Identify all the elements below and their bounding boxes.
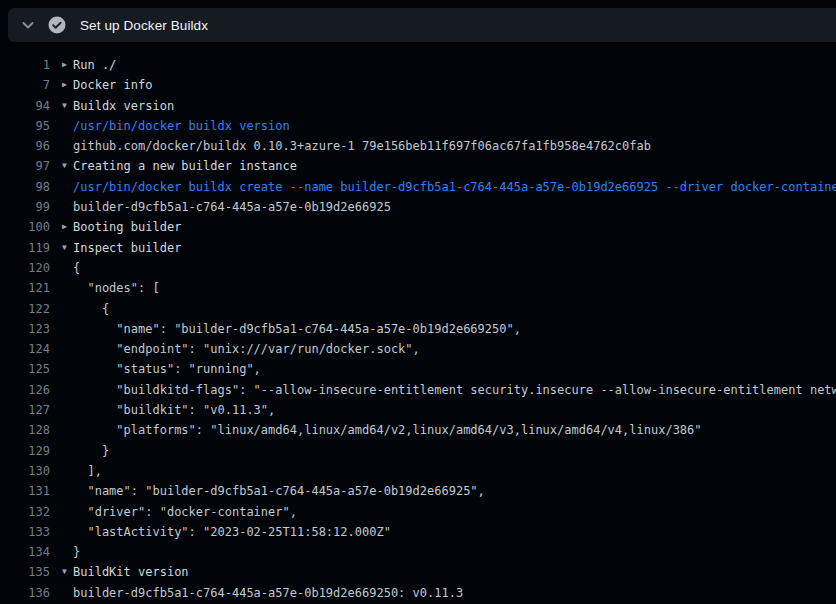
- log-group-title[interactable]: Booting builder: [73, 217, 181, 237]
- log-line: 99builder-d9cfb5a1-c764-445a-a57e-0b19d2…: [0, 197, 836, 217]
- log-output-text: "buildkit": "v0.11.3",: [73, 400, 275, 420]
- group-expanded-triangle-icon[interactable]: ▼: [62, 96, 73, 116]
- log-output-text: "driver": "docker-container",: [73, 502, 297, 522]
- log-output-text: }: [73, 441, 109, 461]
- log-group-row: 135▼BuildKit version: [0, 562, 836, 582]
- line-number[interactable]: 96: [0, 136, 50, 156]
- log-line: 125 "status": "running",: [0, 359, 836, 379]
- log-command-text: /usr/bin/docker buildx version: [73, 116, 290, 136]
- line-number[interactable]: 127: [0, 400, 50, 420]
- log-line: 126 "buildkitd-flags": "--allow-insecure…: [0, 380, 836, 400]
- line-number[interactable]: 100: [0, 217, 50, 237]
- collapse-step-button[interactable]: [12, 8, 44, 42]
- line-number[interactable]: 99: [0, 197, 50, 217]
- group-collapsed-triangle-icon[interactable]: ▶: [62, 55, 73, 75]
- line-number[interactable]: 126: [0, 380, 50, 400]
- log-line: 124 "endpoint": "unix:///var/run/docker.…: [0, 339, 836, 359]
- log-group-title[interactable]: Buildx version: [73, 96, 174, 116]
- log-line: 123 "name": "builder-d9cfb5a1-c764-445a-…: [0, 319, 836, 339]
- log-group-title[interactable]: Run ./: [73, 55, 116, 75]
- log-line: 133 "lastActivity": "2023-02-25T11:58:12…: [0, 522, 836, 542]
- line-number[interactable]: 131: [0, 481, 50, 501]
- log-output-text: }: [73, 542, 80, 562]
- log-output-text: "nodes": [: [73, 278, 160, 298]
- log-line: 129 }: [0, 441, 836, 461]
- log-group-title[interactable]: Creating a new builder instance: [73, 156, 297, 176]
- log-line: 128 "platforms": "linux/amd64,linux/amd6…: [0, 420, 836, 440]
- group-expanded-triangle-icon[interactable]: ▼: [62, 156, 73, 176]
- chevron-down-icon: [20, 17, 36, 33]
- line-number[interactable]: 125: [0, 359, 50, 379]
- line-number[interactable]: 97: [0, 156, 50, 176]
- line-number[interactable]: 134: [0, 542, 50, 562]
- log-group-title[interactable]: BuildKit version: [73, 562, 189, 582]
- line-number[interactable]: 1: [0, 55, 50, 75]
- line-number[interactable]: 135: [0, 562, 50, 582]
- line-number[interactable]: 119: [0, 238, 50, 258]
- log-group-title[interactable]: Inspect builder: [73, 238, 181, 258]
- log-line: 131 "name": "builder-d9cfb5a1-c764-445a-…: [0, 481, 836, 501]
- log-output-text: github.com/docker/buildx 0.10.3+azure-1 …: [73, 136, 651, 156]
- line-number[interactable]: 132: [0, 502, 50, 522]
- log-group-title[interactable]: Docker info: [73, 75, 152, 95]
- group-collapsed-triangle-icon[interactable]: ▶: [62, 217, 73, 237]
- group-collapsed-triangle-icon[interactable]: ▶: [62, 75, 73, 95]
- step-title: Set up Docker Buildx: [80, 18, 208, 33]
- log-line: 130 ],: [0, 461, 836, 481]
- log-group-row: 94▼Buildx version: [0, 96, 836, 116]
- log-output-text: "name": "builder-d9cfb5a1-c764-445a-a57e…: [73, 319, 521, 339]
- line-number[interactable]: 130: [0, 461, 50, 481]
- line-number[interactable]: 122: [0, 299, 50, 319]
- log-output-text: {: [73, 258, 80, 278]
- log-line: 132 "driver": "docker-container",: [0, 502, 836, 522]
- line-number[interactable]: 123: [0, 319, 50, 339]
- log-viewer: 1▶Run ./7▶Docker info94▼Buildx version95…: [0, 55, 836, 603]
- group-expanded-triangle-icon[interactable]: ▼: [62, 562, 73, 582]
- check-circle-icon: [48, 16, 66, 34]
- log-output-text: {: [73, 299, 109, 319]
- log-group-row: 1▶Run ./: [0, 55, 836, 75]
- log-line: 95/usr/bin/docker buildx version: [0, 116, 836, 136]
- line-number[interactable]: 129: [0, 441, 50, 461]
- line-number[interactable]: 128: [0, 420, 50, 440]
- log-output-text: "status": "running",: [73, 359, 261, 379]
- log-line: 122 {: [0, 299, 836, 319]
- log-group-row: 7▶Docker info: [0, 75, 836, 95]
- log-line: 136builder-d9cfb5a1-c764-445a-a57e-0b19d…: [0, 583, 836, 603]
- line-number[interactable]: 98: [0, 177, 50, 197]
- line-number[interactable]: 133: [0, 522, 50, 542]
- log-command-text: /usr/bin/docker buildx create --name bui…: [73, 177, 836, 197]
- log-group-row: 119▼Inspect builder: [0, 238, 836, 258]
- log-output-text: builder-d9cfb5a1-c764-445a-a57e-0b19d2e6…: [73, 583, 463, 603]
- log-output-text: "lastActivity": "2023-02-25T11:58:12.000…: [73, 522, 391, 542]
- step-header[interactable]: Set up Docker Buildx: [8, 8, 836, 42]
- line-number[interactable]: 121: [0, 278, 50, 298]
- line-number[interactable]: 95: [0, 116, 50, 136]
- log-line: 121 "nodes": [: [0, 278, 836, 298]
- log-line: 120{: [0, 258, 836, 278]
- line-number[interactable]: 124: [0, 339, 50, 359]
- log-output-text: "name": "builder-d9cfb5a1-c764-445a-a57e…: [73, 481, 485, 501]
- line-number[interactable]: 136: [0, 583, 50, 603]
- log-line: 96github.com/docker/buildx 0.10.3+azure-…: [0, 136, 836, 156]
- group-expanded-triangle-icon[interactable]: ▼: [62, 238, 73, 258]
- log-output-text: builder-d9cfb5a1-c764-445a-a57e-0b19d2e6…: [73, 197, 391, 217]
- line-number[interactable]: 7: [0, 75, 50, 95]
- log-output-text: "endpoint": "unix:///var/run/docker.sock…: [73, 339, 420, 359]
- log-output-text: "buildkitd-flags": "--allow-insecure-ent…: [73, 380, 836, 400]
- log-line: 98/usr/bin/docker buildx create --name b…: [0, 177, 836, 197]
- log-line: 127 "buildkit": "v0.11.3",: [0, 400, 836, 420]
- line-number[interactable]: 120: [0, 258, 50, 278]
- log-output-text: "platforms": "linux/amd64,linux/amd64/v2…: [73, 420, 702, 440]
- log-output-text: ],: [73, 461, 102, 481]
- line-number[interactable]: 94: [0, 96, 50, 116]
- log-group-row: 97▼Creating a new builder instance: [0, 156, 836, 176]
- log-group-row: 100▶Booting builder: [0, 217, 836, 237]
- log-line: 134}: [0, 542, 836, 562]
